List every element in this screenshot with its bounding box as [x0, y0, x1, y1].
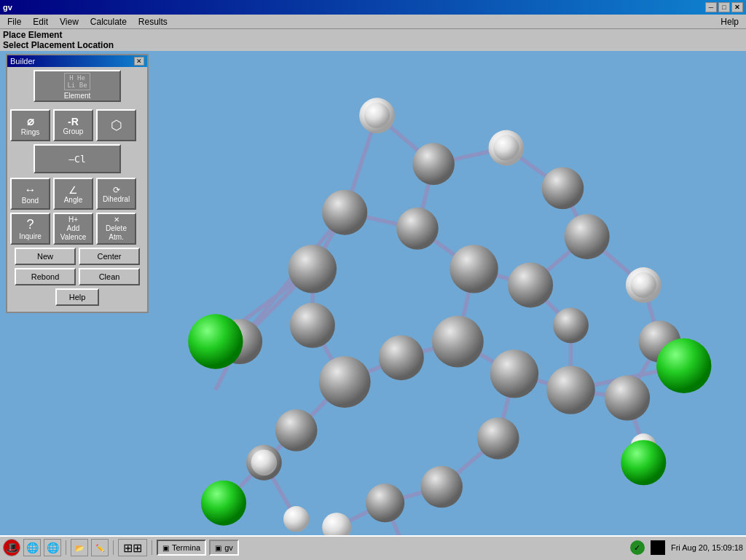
screen-icon: 🖥	[651, 540, 665, 555]
svg-point-56	[288, 245, 337, 293]
action-row-rebond-clean: Rebond Clean	[10, 268, 144, 285]
svg-point-69	[251, 450, 277, 476]
taskbar-icon-4[interactable]: 📂	[71, 539, 88, 556]
menu-calculate[interactable]: Calculate	[85, 15, 133, 28]
menu-view[interactable]: View	[54, 15, 85, 28]
svg-point-73	[188, 314, 243, 368]
builder-title-bar: Builder ✕	[7, 55, 147, 67]
angle-label: Angle	[64, 196, 83, 204]
taskbar-app-gv[interactable]: ▣ gv	[209, 540, 239, 556]
title-bar: gv ─ □ ✕	[0, 0, 746, 15]
svg-point-58	[553, 307, 589, 343]
bond-label: Bond	[22, 197, 39, 205]
rings-label: Rings	[21, 128, 40, 136]
new-button[interactable]: New	[15, 248, 76, 265]
taskbar-icon-2[interactable]: 🌐	[23, 539, 41, 556]
status-bar: Place Element Select Placement Location	[0, 29, 746, 51]
taskbar-time-area: ✓ 🖥 Fri Aug 20, 15:09:18	[630, 540, 743, 555]
taskbar-icon-windows[interactable]: ⊞⊞	[118, 539, 147, 556]
add-valence-button[interactable]: H+AddValence	[53, 213, 93, 245]
svg-point-62	[420, 466, 463, 508]
taskbar: 🎩 🌐 🌐 📂 ✏️ ⊞⊞ ▣ Termina ▣ gv ✓ 🖥 Fri Aug…	[0, 535, 746, 559]
svg-point-53	[379, 335, 424, 380]
status-line2: Select Placement Location	[3, 40, 743, 50]
menu-bar: File Edit View Calculate Results Help	[0, 15, 746, 29]
delete-atom-button[interactable]: ✕DeleteAtm.	[96, 213, 136, 245]
svg-point-66	[364, 103, 390, 128]
svg-point-45	[449, 245, 498, 293]
window-controls: ─ □ ✕	[705, 2, 743, 12]
taskbar-icon-3[interactable]: 🌐	[44, 539, 61, 556]
dihedral-label: Dihedral	[103, 195, 130, 203]
svg-point-54	[319, 356, 371, 408]
svg-point-63	[366, 484, 404, 522]
taskbar-separator-1	[66, 540, 66, 555]
rebond-button[interactable]: Rebond	[15, 268, 76, 285]
svg-point-50	[490, 350, 539, 398]
menu-results[interactable]: Results	[133, 15, 173, 28]
taskbar-app-terminal-label: Termina	[172, 543, 200, 552]
menu-help[interactable]: Help	[715, 15, 745, 28]
svg-point-74	[656, 339, 711, 393]
svg-point-52	[605, 376, 650, 421]
cl-label: —Cl	[68, 154, 85, 165]
svg-point-61	[477, 417, 519, 460]
svg-point-57	[322, 190, 367, 235]
main-viewport[interactable]: Builder ✕ H HeLi Be Element ⌀ Rings	[0, 51, 746, 535]
maximize-button[interactable]: □	[718, 2, 730, 12]
inquire-label: Inquire	[19, 232, 42, 240]
periodic-table-icon: H HeLi Be	[64, 73, 90, 90]
help-button[interactable]: Help	[55, 288, 99, 306]
clean-button[interactable]: Clean	[79, 268, 140, 285]
rings-button[interactable]: ⌀ Rings	[10, 109, 50, 141]
group-button[interactable]: -R Group	[53, 109, 93, 141]
taskbar-separator-2	[113, 540, 114, 555]
menu-edit[interactable]: Edit	[27, 15, 54, 28]
svg-point-71	[283, 506, 309, 532]
inquire-button[interactable]: ? Inquire	[10, 213, 50, 245]
menu-file[interactable]: File	[1, 15, 27, 28]
btn-row-inquire-valence-delete: ? Inquire H+AddValence ✕DeleteAtm.	[10, 213, 144, 245]
minimize-button[interactable]: ─	[705, 2, 717, 12]
taskbar-icon-1[interactable]: 🎩	[3, 539, 20, 556]
taskbar-app-terminal-icon: ▣	[162, 544, 169, 552]
svg-point-75	[201, 481, 246, 526]
svg-point-68	[322, 513, 351, 535]
btn-row-bond-angle-dihedral: ↔ Bond ∠ Angle ⟳ Dihedral	[10, 178, 144, 210]
close-button[interactable]: ✕	[731, 2, 743, 12]
svg-point-65	[493, 135, 519, 160]
taskbar-icon-5[interactable]: ✏️	[91, 539, 109, 556]
group-label: Group	[63, 127, 84, 135]
system-status-icon: ✓	[630, 540, 645, 555]
svg-point-51	[546, 366, 595, 414]
svg-point-46	[508, 262, 553, 307]
bond-button[interactable]: ↔ Bond	[10, 178, 50, 210]
taskbar-separator-3	[152, 540, 152, 555]
taskbar-clock: Fri Aug 20, 15:09:18	[671, 543, 743, 552]
svg-point-67	[631, 272, 656, 298]
btn-row-rings-group: ⌀ Rings -R Group ⬡	[10, 109, 144, 141]
action-row-new-center: New Center	[10, 248, 144, 265]
builder-panel: Builder ✕ H HeLi Be Element ⌀ Rings	[6, 54, 149, 313]
biopolymer-button[interactable]: ⬡	[96, 109, 136, 141]
svg-point-55	[290, 303, 335, 348]
builder-close-button[interactable]: ✕	[134, 57, 144, 66]
cl-substituent-button[interactable]: —Cl	[34, 144, 121, 173]
svg-point-42	[542, 167, 584, 210]
svg-point-49	[432, 316, 484, 368]
center-button[interactable]: Center	[79, 248, 140, 265]
element-button[interactable]: H HeLi Be Element	[34, 70, 121, 102]
taskbar-app-terminal[interactable]: ▣ Termina	[157, 540, 206, 556]
taskbar-app-gv-icon: ▣	[215, 544, 221, 552]
taskbar-app-gv-label: gv	[224, 543, 233, 552]
svg-point-76	[621, 440, 666, 485]
svg-point-43	[565, 214, 610, 259]
svg-point-40	[412, 143, 455, 185]
builder-title-label: Builder	[10, 57, 35, 66]
angle-button[interactable]: ∠ Angle	[53, 178, 93, 210]
dihedral-button[interactable]: ⟳ Dihedral	[96, 178, 136, 210]
status-line1: Place Element	[3, 30, 743, 40]
svg-point-59	[275, 409, 318, 451]
svg-point-44	[396, 208, 439, 250]
element-label: Element	[64, 92, 91, 100]
